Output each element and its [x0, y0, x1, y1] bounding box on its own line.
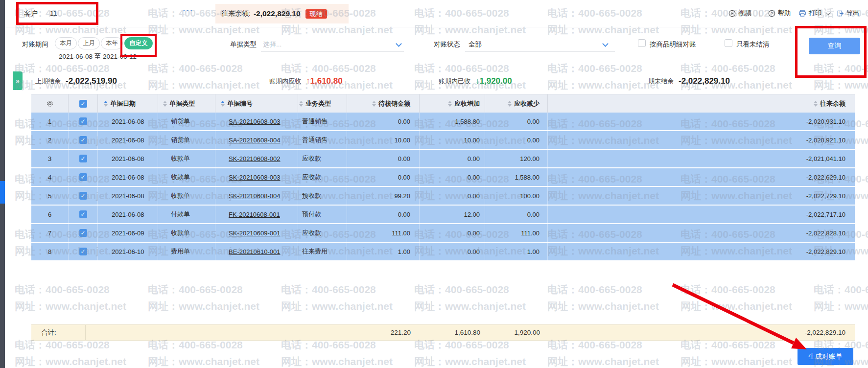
- row-checkbox[interactable]: ✓: [79, 248, 87, 255]
- table-row[interactable]: 2✓2021-06-08销货单SA-20210608-004普通销售10.001…: [31, 131, 855, 149]
- generate-statement-button[interactable]: 生成对账单: [798, 348, 853, 365]
- watermark-text: 电话：400-665-0028网址：www.chanjet.net: [814, 63, 868, 91]
- watermark-text: 电话：400-665-0028网址：www.chanjet.net: [414, 8, 526, 35]
- table-row[interactable]: 8✓2021-06-10费用单BE-20210610-001往来费用1.000.…: [31, 243, 855, 260]
- column-settings-gear-icon[interactable]: [31, 94, 69, 113]
- status-label: 对账状态: [434, 40, 460, 49]
- question-circle-icon: ?: [768, 10, 775, 17]
- print-button[interactable]: 打印: [798, 9, 829, 18]
- watermark-text: 电话：400-665-0028网址：www.chanjet.net: [15, 284, 126, 312]
- row-checkbox[interactable]: ✓: [79, 136, 87, 144]
- column-header[interactable]: 单据日期: [98, 94, 158, 113]
- doc-no-link[interactable]: SK-20210609-001: [229, 230, 281, 237]
- row-number: 2: [31, 131, 69, 149]
- double-chevron-icon: »: [16, 77, 20, 85]
- period-custom[interactable]: 自定义: [124, 37, 153, 49]
- unsettled-checkbox[interactable]: [725, 39, 732, 47]
- watermark-text: 电话：400-665-0028网址：www.chanjet.net: [281, 284, 393, 312]
- column-header[interactable]: 单据类型: [158, 94, 215, 113]
- table-row[interactable]: 7✓2021-06-09收款单SK-20210609-001应收款111.000…: [31, 224, 855, 242]
- doc-type-select[interactable]: 选择...: [263, 40, 282, 49]
- more-ellipsis-icon[interactable]: ⋯: [182, 4, 193, 17]
- video-button[interactable]: 视频: [728, 9, 751, 18]
- help-button[interactable]: ? 帮助: [768, 9, 791, 18]
- reconciliation-page: 客户 11 ⋯ 往来余额: -2,022,829.10 现结 视频 | ? 帮助…: [0, 0, 868, 368]
- checkbox-column-header: ✓: [69, 94, 98, 113]
- column-header[interactable]: 应收增加: [420, 94, 485, 113]
- status-underline: [465, 51, 615, 52]
- table-cell: -2,020,931.10: [548, 113, 855, 130]
- column-header[interactable]: 单据编号: [215, 94, 298, 113]
- column-header[interactable]: 业务类型: [298, 94, 347, 113]
- period-this-year[interactable]: 本年: [101, 37, 123, 49]
- table-row[interactable]: 4✓2021-06-08收款单SK-20210608-003应收款0.000.0…: [31, 168, 855, 186]
- doc-no-link[interactable]: SA-20210608-004: [229, 137, 281, 144]
- doc-no-link[interactable]: SK-20210608-004: [229, 192, 281, 200]
- row-number: 1: [31, 113, 69, 130]
- doc-no-link[interactable]: SK-20210608-003: [229, 174, 281, 181]
- column-header[interactable]: 往来余额: [548, 94, 855, 113]
- totals-pending: 221.20: [347, 325, 420, 340]
- doc-no-link[interactable]: SK-20210608-002: [229, 155, 281, 162]
- doc-no-link[interactable]: SA-20210608-003: [229, 118, 281, 125]
- table-cell: -2,021,041.10: [548, 150, 855, 167]
- product-detail-checkbox[interactable]: [638, 39, 646, 47]
- sort-arrows-icon[interactable]: [163, 101, 167, 107]
- table-cell: SK-20210608-002: [215, 150, 298, 167]
- doc-type-chevron-icon[interactable]: [396, 41, 402, 47]
- summary-received: 账期内已收 ↓1,920.00: [439, 76, 512, 86]
- select-all-checkbox[interactable]: ✓: [79, 100, 87, 108]
- period-this-month[interactable]: 本月: [55, 37, 77, 49]
- table-cell: 0.00: [347, 113, 420, 130]
- row-checkbox[interactable]: ✓: [79, 210, 87, 218]
- doc-no-link[interactable]: BE-20210610-001: [229, 248, 281, 255]
- printer-icon: [798, 9, 806, 17]
- table-cell: 2021-06-10: [98, 243, 158, 260]
- table-cell: 10.00: [347, 131, 420, 149]
- table-cell: 120.00: [485, 150, 548, 167]
- date-range[interactable]: 2021-06-08 至 2021-06-12: [59, 52, 137, 61]
- sort-arrows-icon[interactable]: [221, 101, 225, 107]
- table-row[interactable]: 3✓2021-06-08收款单SK-20210608-002应收款0.000.0…: [31, 150, 855, 167]
- sort-arrows-icon[interactable]: [814, 101, 818, 107]
- doc-no-link[interactable]: FK-20210608-001: [229, 211, 280, 218]
- status-select[interactable]: 全部: [469, 40, 482, 49]
- watermark-text: 电话：400-665-0028网址：www.chanjet.net: [414, 340, 526, 367]
- sort-arrows-icon[interactable]: [508, 101, 512, 107]
- expand-panel-tab[interactable]: »: [13, 71, 23, 90]
- sort-arrows-icon[interactable]: [372, 101, 376, 107]
- table-cell: -2,022,829.10: [548, 243, 855, 260]
- chevron-down-icon[interactable]: [825, 10, 830, 15]
- export-button[interactable]: 导出: [837, 9, 860, 18]
- row-checkbox[interactable]: ✓: [79, 173, 87, 181]
- unsettled-checkbox-label: 只看未结清: [736, 40, 770, 49]
- row-checkbox[interactable]: ✓: [79, 117, 87, 125]
- customer-value[interactable]: 11: [50, 9, 57, 17]
- row-number: 5: [31, 187, 69, 205]
- balance-chip: 往来余额: -2,022,829.10 现结: [215, 4, 349, 23]
- sidebar-collapsed-tab[interactable]: [0, 181, 5, 204]
- column-header[interactable]: 待核销金额: [347, 94, 420, 113]
- table-row[interactable]: 1✓2021-06-08销货单SA-20210608-003普通销售0.001,…: [31, 113, 855, 130]
- down-arrow-icon: ↓: [475, 76, 480, 86]
- sort-arrows-icon[interactable]: [104, 101, 108, 107]
- row-checkbox[interactable]: ✓: [79, 192, 87, 200]
- sort-arrows-icon[interactable]: [299, 101, 303, 107]
- row-checkbox[interactable]: ✓: [79, 229, 87, 237]
- totals-increase: 1,610.80: [420, 325, 485, 340]
- watermark-text: 电话：400-665-0028网址：www.chanjet.net: [547, 284, 659, 312]
- table-cell: 普通销售: [298, 113, 347, 130]
- sort-arrows-icon[interactable]: [448, 101, 452, 107]
- table-row[interactable]: 6✓2021-06-08付款单FK-20210608-001预付款0.0012.…: [31, 206, 855, 223]
- row-checkbox[interactable]: ✓: [79, 155, 87, 162]
- table-cell: 2021-06-08: [98, 168, 158, 186]
- query-button[interactable]: 查询: [809, 38, 860, 54]
- balance-label: 往来余额:: [221, 9, 251, 18]
- period-last-month[interactable]: 上月: [78, 37, 100, 49]
- table-row[interactable]: 5✓2021-06-08收款单SK-20210608-004预收款99.200.…: [31, 187, 855, 205]
- checkbox-cell: ✓: [69, 131, 98, 149]
- checkbox-cell: ✓: [69, 243, 98, 260]
- table-cell: 111.00: [485, 224, 548, 242]
- status-chevron-icon[interactable]: [602, 41, 609, 47]
- column-header[interactable]: 应收减少: [485, 94, 548, 113]
